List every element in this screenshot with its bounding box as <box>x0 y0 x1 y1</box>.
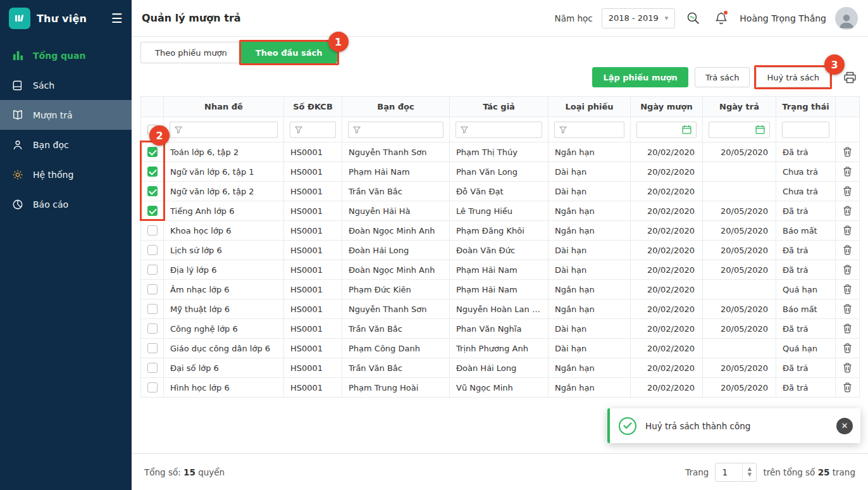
row-checkbox[interactable] <box>147 166 158 177</box>
filter-input[interactable] <box>290 122 336 138</box>
page-stepper[interactable]: ▲▼ <box>742 463 756 481</box>
school-year-select[interactable]: 2018 - 2019 ▾ <box>602 8 676 28</box>
table-row: Ngữ văn lớp 6, tập 2HS0001Trần Văn BắcĐỗ… <box>141 182 860 201</box>
return-book-button[interactable]: Trả sách <box>695 67 750 87</box>
filter-input[interactable] <box>170 122 278 138</box>
trash-icon[interactable] <box>841 184 855 198</box>
trash-icon[interactable] <box>841 263 855 277</box>
toast-close-button[interactable]: ✕ <box>836 418 853 434</box>
notifications-button[interactable] <box>712 9 731 28</box>
row-checkbox[interactable] <box>147 284 158 294</box>
cell-borrow-date: 20/02/2020 <box>631 358 703 378</box>
date-filter-input[interactable] <box>709 122 770 138</box>
advanced-search-button[interactable] <box>684 9 703 28</box>
cell-loan-type: Dài hạn <box>549 241 631 260</box>
trash-icon[interactable] <box>841 361 855 375</box>
cell-borrow-date: 20/02/2020 <box>631 260 703 280</box>
filter-input[interactable] <box>348 122 443 138</box>
page-input[interactable]: 1 ▲▼ <box>715 463 757 482</box>
table-container: Nhan đềSố ĐKCBBạn đọcTác giảLoại phiếuNg… <box>140 96 859 398</box>
cell-code: HS0001 <box>284 339 342 358</box>
row-checkbox[interactable] <box>147 324 158 334</box>
row-select-cell <box>141 339 164 358</box>
cell-loan-type: Ngắn hạn <box>549 201 631 221</box>
trash-icon[interactable] <box>841 223 855 237</box>
row-checkbox[interactable] <box>147 147 158 157</box>
column-header[interactable]: Số ĐKCB <box>284 97 342 117</box>
row-checkbox[interactable] <box>147 343 158 353</box>
cell-author: Phan Văn Long <box>450 162 549 182</box>
row-checkbox[interactable] <box>147 363 158 373</box>
date-filter-input[interactable] <box>636 122 697 138</box>
cell-loan-type: Ngắn hạn <box>549 221 631 241</box>
sidebar-item-bao-cao[interactable]: Báo cáo <box>0 189 132 219</box>
calendar-icon <box>755 125 765 134</box>
row-checkbox[interactable] <box>147 382 158 393</box>
column-header[interactable]: Nhan đề <box>164 97 284 117</box>
table-row: Công nghệ lớp 6HS0001Trần Văn BắcPhan Vă… <box>141 319 860 339</box>
trash-icon[interactable] <box>841 282 855 296</box>
sidebar-item-ban-doc[interactable]: Bạn đọc <box>0 130 132 160</box>
filter-input[interactable] <box>554 122 624 138</box>
cell-loan-type: Dài hạn <box>549 260 631 280</box>
annotation-badge-2: 2 <box>149 125 170 146</box>
avatar[interactable] <box>835 7 858 30</box>
trash-icon[interactable] <box>841 341 855 355</box>
column-header[interactable]: Loại phiếu <box>549 97 631 117</box>
cell-borrow-date: 20/02/2020 <box>631 339 703 358</box>
create-borrow-slip-button[interactable]: Lập phiếu mượn <box>592 67 688 87</box>
row-checkbox[interactable] <box>147 265 158 275</box>
row-checkbox[interactable] <box>147 245 158 255</box>
trash-icon[interactable] <box>841 322 855 336</box>
column-header[interactable]: Trạng thái <box>776 97 836 117</box>
cell-title: Âm nhạc lớp 6 <box>164 280 284 299</box>
cell-code: HS0001 <box>284 358 342 378</box>
table-row: Giáo dục công dân lớp 6HS0001Phạm Công D… <box>141 339 860 358</box>
cancel-return-button[interactable]: Huỷ trả sách 3 <box>756 67 830 87</box>
cell-code: HS0001 <box>284 182 342 201</box>
column-header[interactable]: Ngày trả <box>703 97 776 117</box>
filter-input[interactable] <box>782 122 829 138</box>
step-down-icon[interactable]: ▼ <box>748 472 752 478</box>
column-header[interactable]: Bạn đọc <box>342 97 450 117</box>
tab-theo-dau-sach[interactable]: Theo đầu sách 1 <box>241 42 337 63</box>
column-header[interactable]: Tác giả <box>450 97 549 117</box>
column-header[interactable]: Ngày mượn <box>631 97 703 117</box>
trash-icon[interactable] <box>841 380 855 394</box>
row-checkbox[interactable] <box>147 225 158 236</box>
row-delete-cell <box>836 358 860 378</box>
toolbar: Lập phiếu mượn Trả sách Huỷ trả sách 3 <box>140 67 859 87</box>
button-label: Huỷ trả sách <box>767 73 819 82</box>
sidebar-item-tong-quan[interactable]: Tổng quan <box>0 41 132 70</box>
trash-icon[interactable] <box>841 243 855 257</box>
menu-toggle-icon[interactable]: ☰ <box>111 12 123 25</box>
total-value: 15 <box>183 467 195 477</box>
trash-icon[interactable] <box>841 145 855 159</box>
row-delete-cell <box>836 241 860 260</box>
cell-borrow-date: 20/02/2020 <box>631 162 703 182</box>
cell-status: Đã trả <box>776 378 836 398</box>
filter-input[interactable] <box>456 122 542 138</box>
trash-icon[interactable] <box>841 204 855 218</box>
cell-borrow-date: 20/02/2020 <box>631 299 703 319</box>
annotation-badge-1: 1 <box>328 32 349 52</box>
sidebar-item-he-thong[interactable]: Hệ thống <box>0 160 132 189</box>
sidebar-item-muon-tra[interactable]: Mượn trả <box>0 100 132 130</box>
funnel-icon <box>295 126 302 134</box>
sidebar-item-sach[interactable]: Sách <box>0 70 132 100</box>
print-button[interactable] <box>840 68 859 87</box>
trash-icon[interactable] <box>841 302 855 316</box>
row-checkbox[interactable] <box>147 186 158 196</box>
cell-author: Phạm Đăng Khôi <box>450 221 549 241</box>
toast-accent-bar <box>607 408 610 443</box>
trash-icon[interactable] <box>841 165 855 179</box>
tab-theo-phieu-muon[interactable]: Theo phiếu mượn <box>140 42 241 63</box>
cell-status: Đã trả <box>776 358 836 378</box>
cell-code: HS0001 <box>284 299 342 319</box>
row-checkbox[interactable] <box>147 304 158 314</box>
cell-status: Chưa trả <box>776 162 836 182</box>
sidebar: Thư viện ☰ Tổng quan Sách Mượn trả <box>0 0 132 490</box>
cell-code: HS0001 <box>284 201 342 221</box>
cell-status: Quá hạn <box>776 339 836 358</box>
row-checkbox[interactable] <box>147 206 158 216</box>
